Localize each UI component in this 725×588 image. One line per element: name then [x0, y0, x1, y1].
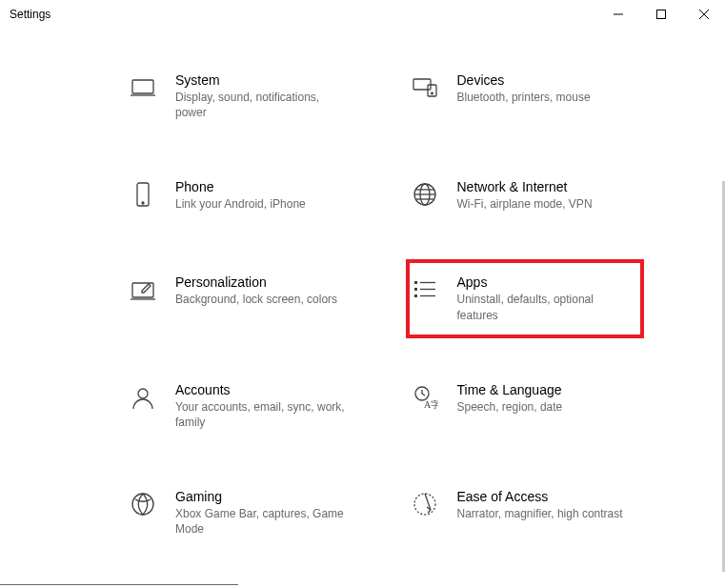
tile-text: Gaming Xbox Game Bar, captures, Game Mod… — [175, 489, 349, 537]
devices-icon — [410, 72, 440, 103]
tile-gaming[interactable]: Gaming Xbox Game Bar, captures, Game Mod… — [124, 474, 362, 552]
tile-title: Time & Language — [457, 382, 631, 397]
tile-text: Network & Internet Wi-Fi, airplane mode,… — [457, 179, 631, 212]
svg-rect-4 — [132, 80, 153, 93]
maximize-button[interactable] — [639, 0, 682, 29]
svg-rect-22 — [414, 294, 417, 297]
tile-subtitle: Uninstall, defaults, optional features — [457, 292, 631, 322]
tile-text: Accounts Your accounts, email, sync, wor… — [175, 382, 349, 430]
tile-subtitle: Link your Android, iPhone — [175, 196, 349, 212]
svg-rect-18 — [414, 281, 417, 284]
tile-subtitle: Background, lock screen, colors — [175, 292, 349, 307]
tile-subtitle: Narrator, magnifier, high contrast — [457, 506, 631, 521]
tile-text: Time & Language Speech, region, date — [457, 382, 631, 415]
tile-subtitle: Display, sound, notifications, power — [175, 90, 349, 120]
svg-point-30 — [414, 494, 435, 515]
tile-personalization[interactable]: Personalization Background, lock screen,… — [124, 259, 362, 337]
svg-text:A字: A字 — [424, 399, 438, 410]
tile-title: Network & Internet — [457, 179, 631, 194]
tile-subtitle: Wi-Fi, airplane mode, VPN — [457, 196, 631, 212]
tile-network[interactable]: Network & Internet Wi-Fi, airplane mode,… — [406, 164, 644, 231]
tile-text: Devices Bluetooth, printers, mouse — [457, 72, 631, 105]
tile-subtitle: Xbox Game Bar, captures, Game Mode — [175, 506, 349, 537]
tile-title: Personalization — [175, 274, 349, 290]
tile-devices[interactable]: Devices Bluetooth, printers, mouse — [406, 57, 644, 135]
globe-icon — [410, 179, 440, 210]
settings-content: System Display, sound, notifications, po… — [0, 29, 725, 588]
minimize-button[interactable] — [596, 0, 639, 29]
svg-line-27 — [422, 394, 425, 395]
apps-icon — [410, 274, 440, 305]
tile-time[interactable]: A字 Time & Language Speech, region, date — [406, 367, 644, 445]
tile-text: Ease of Access Narrator, magnifier, high… — [457, 489, 631, 521]
settings-grid: System Display, sound, notifications, po… — [0, 57, 725, 588]
tile-subtitle: Bluetooth, printers, mouse — [457, 90, 631, 105]
svg-point-8 — [431, 92, 433, 94]
tile-ease[interactable]: Ease of Access Narrator, magnifier, high… — [406, 474, 644, 552]
bottom-divider — [0, 584, 238, 585]
tile-title: System — [175, 72, 349, 88]
svg-point-24 — [138, 389, 148, 398]
tile-apps[interactable]: Apps Uninstall, defaults, optional featu… — [406, 259, 644, 337]
svg-rect-20 — [414, 288, 417, 291]
system-icon — [128, 72, 158, 103]
window-title: Settings — [10, 8, 50, 21]
window-controls — [596, 0, 725, 29]
gaming-icon — [128, 489, 158, 519]
personalization-icon — [128, 274, 158, 305]
tile-privacy[interactable]: Privacy — [406, 581, 644, 589]
tile-title: Gaming — [175, 489, 349, 504]
tile-title: Accounts — [175, 382, 349, 397]
titlebar: Settings — [0, 0, 725, 29]
tile-text: Apps Uninstall, defaults, optional featu… — [457, 274, 631, 322]
tile-phone[interactable]: Phone Link your Android, iPhone — [124, 164, 362, 231]
svg-rect-1 — [656, 10, 665, 19]
tile-accounts[interactable]: Accounts Your accounts, email, sync, wor… — [124, 367, 362, 445]
tile-text: Phone Link your Android, iPhone — [175, 179, 349, 212]
tile-text: System Display, sound, notifications, po… — [175, 72, 349, 120]
tile-title: Phone — [175, 179, 349, 194]
tile-system[interactable]: System Display, sound, notifications, po… — [124, 57, 362, 135]
tile-title: Devices — [457, 72, 631, 88]
tile-title: Apps — [457, 274, 631, 290]
phone-icon — [128, 179, 158, 210]
tile-subtitle: Speech, region, date — [457, 399, 631, 415]
svg-point-29 — [132, 494, 153, 515]
tile-subtitle: Your accounts, email, sync, work, family — [175, 399, 349, 430]
time-language-icon: A字 — [410, 382, 440, 413]
ease-of-access-icon — [410, 489, 440, 519]
tile-title: Ease of Access — [457, 489, 631, 504]
accounts-icon — [128, 382, 158, 413]
tile-text: Personalization Background, lock screen,… — [175, 274, 349, 307]
close-button[interactable] — [682, 0, 725, 29]
svg-point-10 — [142, 202, 144, 204]
